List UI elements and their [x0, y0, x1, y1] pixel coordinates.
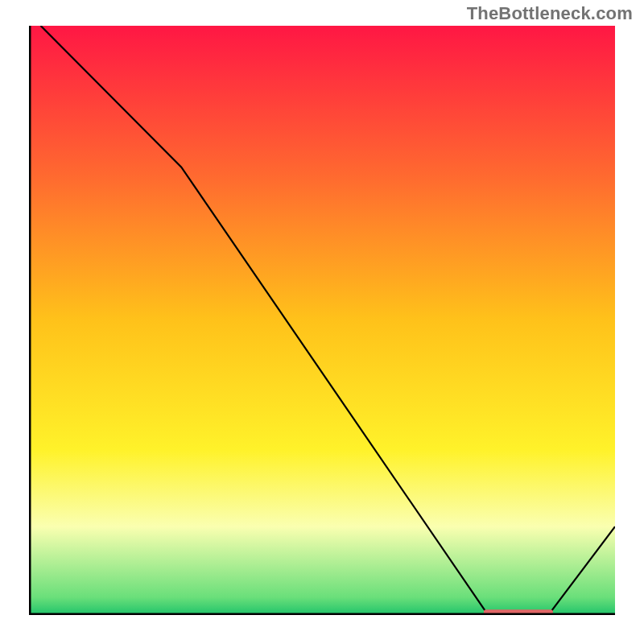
watermark-text: TheBottleneck.com	[467, 3, 633, 24]
gradient-background	[29, 26, 615, 615]
chart-svg	[29, 26, 615, 615]
chart-container: TheBottleneck.com	[0, 0, 644, 644]
plot-frame	[29, 26, 615, 615]
